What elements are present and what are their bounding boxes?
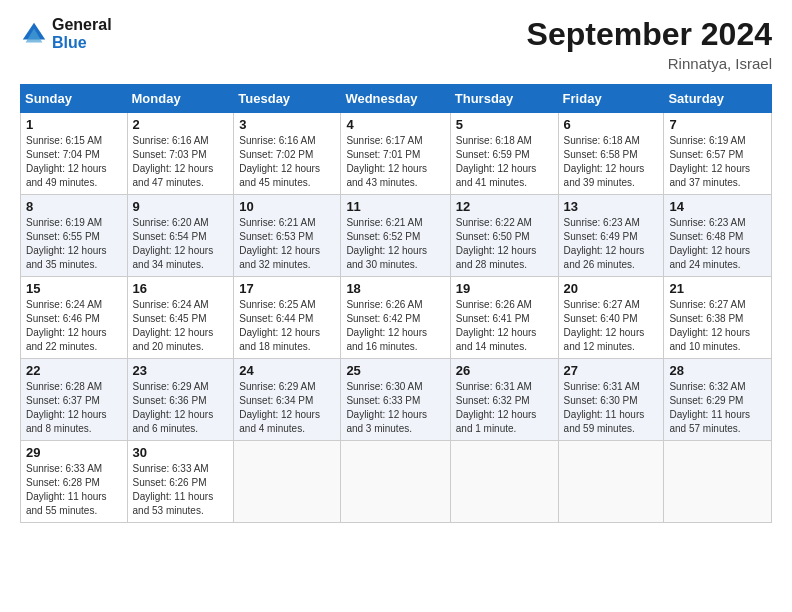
day-info: Sunrise: 6:31 AM Sunset: 6:32 PM Dayligh… — [456, 380, 553, 436]
day-info: Sunrise: 6:19 AM Sunset: 6:55 PM Dayligh… — [26, 216, 122, 272]
day-number: 13 — [564, 199, 659, 214]
logo-text: General Blue — [52, 16, 112, 52]
day-info: Sunrise: 6:18 AM Sunset: 6:58 PM Dayligh… — [564, 134, 659, 190]
day-number: 19 — [456, 281, 553, 296]
day-info: Sunrise: 6:19 AM Sunset: 6:57 PM Dayligh… — [669, 134, 766, 190]
day-info: Sunrise: 6:30 AM Sunset: 6:33 PM Dayligh… — [346, 380, 444, 436]
day-number: 7 — [669, 117, 766, 132]
table-row: 5Sunrise: 6:18 AM Sunset: 6:59 PM Daylig… — [450, 113, 558, 195]
day-number: 22 — [26, 363, 122, 378]
table-row: 22Sunrise: 6:28 AM Sunset: 6:37 PM Dayli… — [21, 359, 128, 441]
day-number: 1 — [26, 117, 122, 132]
table-row: 7Sunrise: 6:19 AM Sunset: 6:57 PM Daylig… — [664, 113, 772, 195]
header-tuesday: Tuesday — [234, 85, 341, 113]
header-saturday: Saturday — [664, 85, 772, 113]
table-row: 1Sunrise: 6:15 AM Sunset: 7:04 PM Daylig… — [21, 113, 128, 195]
day-info: Sunrise: 6:26 AM Sunset: 6:41 PM Dayligh… — [456, 298, 553, 354]
table-row: 8Sunrise: 6:19 AM Sunset: 6:55 PM Daylig… — [21, 195, 128, 277]
day-info: Sunrise: 6:27 AM Sunset: 6:38 PM Dayligh… — [669, 298, 766, 354]
table-row — [234, 441, 341, 523]
table-row: 13Sunrise: 6:23 AM Sunset: 6:49 PM Dayli… — [558, 195, 664, 277]
day-number: 25 — [346, 363, 444, 378]
page: General Blue September 2024 Rinnatya, Is… — [0, 0, 792, 612]
day-info: Sunrise: 6:29 AM Sunset: 6:36 PM Dayligh… — [133, 380, 229, 436]
day-info: Sunrise: 6:18 AM Sunset: 6:59 PM Dayligh… — [456, 134, 553, 190]
header: General Blue September 2024 Rinnatya, Is… — [20, 16, 772, 72]
header-thursday: Thursday — [450, 85, 558, 113]
day-number: 28 — [669, 363, 766, 378]
day-number: 6 — [564, 117, 659, 132]
table-row: 9Sunrise: 6:20 AM Sunset: 6:54 PM Daylig… — [127, 195, 234, 277]
day-info: Sunrise: 6:26 AM Sunset: 6:42 PM Dayligh… — [346, 298, 444, 354]
table-row — [450, 441, 558, 523]
location: Rinnatya, Israel — [527, 55, 772, 72]
table-row: 29Sunrise: 6:33 AM Sunset: 6:28 PM Dayli… — [21, 441, 128, 523]
day-info: Sunrise: 6:31 AM Sunset: 6:30 PM Dayligh… — [564, 380, 659, 436]
table-row: 3Sunrise: 6:16 AM Sunset: 7:02 PM Daylig… — [234, 113, 341, 195]
day-info: Sunrise: 6:27 AM Sunset: 6:40 PM Dayligh… — [564, 298, 659, 354]
day-number: 16 — [133, 281, 229, 296]
table-row: 14Sunrise: 6:23 AM Sunset: 6:48 PM Dayli… — [664, 195, 772, 277]
logo: General Blue — [20, 16, 112, 52]
table-row — [341, 441, 450, 523]
day-info: Sunrise: 6:16 AM Sunset: 7:02 PM Dayligh… — [239, 134, 335, 190]
table-row: 23Sunrise: 6:29 AM Sunset: 6:36 PM Dayli… — [127, 359, 234, 441]
calendar-week-row: 22Sunrise: 6:28 AM Sunset: 6:37 PM Dayli… — [21, 359, 772, 441]
day-info: Sunrise: 6:21 AM Sunset: 6:52 PM Dayligh… — [346, 216, 444, 272]
day-info: Sunrise: 6:33 AM Sunset: 6:28 PM Dayligh… — [26, 462, 122, 518]
day-info: Sunrise: 6:23 AM Sunset: 6:49 PM Dayligh… — [564, 216, 659, 272]
day-number: 14 — [669, 199, 766, 214]
table-row: 10Sunrise: 6:21 AM Sunset: 6:53 PM Dayli… — [234, 195, 341, 277]
calendar-week-row: 15Sunrise: 6:24 AM Sunset: 6:46 PM Dayli… — [21, 277, 772, 359]
table-row: 6Sunrise: 6:18 AM Sunset: 6:58 PM Daylig… — [558, 113, 664, 195]
day-number: 2 — [133, 117, 229, 132]
table-row: 19Sunrise: 6:26 AM Sunset: 6:41 PM Dayli… — [450, 277, 558, 359]
day-number: 24 — [239, 363, 335, 378]
day-number: 5 — [456, 117, 553, 132]
logo-icon — [20, 20, 48, 48]
day-info: Sunrise: 6:28 AM Sunset: 6:37 PM Dayligh… — [26, 380, 122, 436]
table-row: 26Sunrise: 6:31 AM Sunset: 6:32 PM Dayli… — [450, 359, 558, 441]
day-info: Sunrise: 6:16 AM Sunset: 7:03 PM Dayligh… — [133, 134, 229, 190]
table-row: 20Sunrise: 6:27 AM Sunset: 6:40 PM Dayli… — [558, 277, 664, 359]
day-info: Sunrise: 6:17 AM Sunset: 7:01 PM Dayligh… — [346, 134, 444, 190]
day-number: 29 — [26, 445, 122, 460]
day-number: 18 — [346, 281, 444, 296]
table-row — [558, 441, 664, 523]
day-number: 26 — [456, 363, 553, 378]
day-info: Sunrise: 6:15 AM Sunset: 7:04 PM Dayligh… — [26, 134, 122, 190]
calendar-header-row: Sunday Monday Tuesday Wednesday Thursday… — [21, 85, 772, 113]
table-row: 4Sunrise: 6:17 AM Sunset: 7:01 PM Daylig… — [341, 113, 450, 195]
day-number: 27 — [564, 363, 659, 378]
day-number: 15 — [26, 281, 122, 296]
table-row: 25Sunrise: 6:30 AM Sunset: 6:33 PM Dayli… — [341, 359, 450, 441]
table-row: 17Sunrise: 6:25 AM Sunset: 6:44 PM Dayli… — [234, 277, 341, 359]
day-number: 11 — [346, 199, 444, 214]
day-info: Sunrise: 6:25 AM Sunset: 6:44 PM Dayligh… — [239, 298, 335, 354]
day-info: Sunrise: 6:22 AM Sunset: 6:50 PM Dayligh… — [456, 216, 553, 272]
calendar-week-row: 8Sunrise: 6:19 AM Sunset: 6:55 PM Daylig… — [21, 195, 772, 277]
header-monday: Monday — [127, 85, 234, 113]
day-info: Sunrise: 6:32 AM Sunset: 6:29 PM Dayligh… — [669, 380, 766, 436]
day-number: 21 — [669, 281, 766, 296]
day-info: Sunrise: 6:29 AM Sunset: 6:34 PM Dayligh… — [239, 380, 335, 436]
day-number: 30 — [133, 445, 229, 460]
day-number: 12 — [456, 199, 553, 214]
title-area: September 2024 Rinnatya, Israel — [527, 16, 772, 72]
header-sunday: Sunday — [21, 85, 128, 113]
table-row: 21Sunrise: 6:27 AM Sunset: 6:38 PM Dayli… — [664, 277, 772, 359]
day-info: Sunrise: 6:24 AM Sunset: 6:46 PM Dayligh… — [26, 298, 122, 354]
table-row: 27Sunrise: 6:31 AM Sunset: 6:30 PM Dayli… — [558, 359, 664, 441]
table-row: 12Sunrise: 6:22 AM Sunset: 6:50 PM Dayli… — [450, 195, 558, 277]
table-row — [664, 441, 772, 523]
day-number: 20 — [564, 281, 659, 296]
day-number: 10 — [239, 199, 335, 214]
day-number: 3 — [239, 117, 335, 132]
day-number: 8 — [26, 199, 122, 214]
day-info: Sunrise: 6:33 AM Sunset: 6:26 PM Dayligh… — [133, 462, 229, 518]
month-title: September 2024 — [527, 16, 772, 53]
table-row: 28Sunrise: 6:32 AM Sunset: 6:29 PM Dayli… — [664, 359, 772, 441]
day-info: Sunrise: 6:21 AM Sunset: 6:53 PM Dayligh… — [239, 216, 335, 272]
calendar-week-row: 1Sunrise: 6:15 AM Sunset: 7:04 PM Daylig… — [21, 113, 772, 195]
day-info: Sunrise: 6:23 AM Sunset: 6:48 PM Dayligh… — [669, 216, 766, 272]
